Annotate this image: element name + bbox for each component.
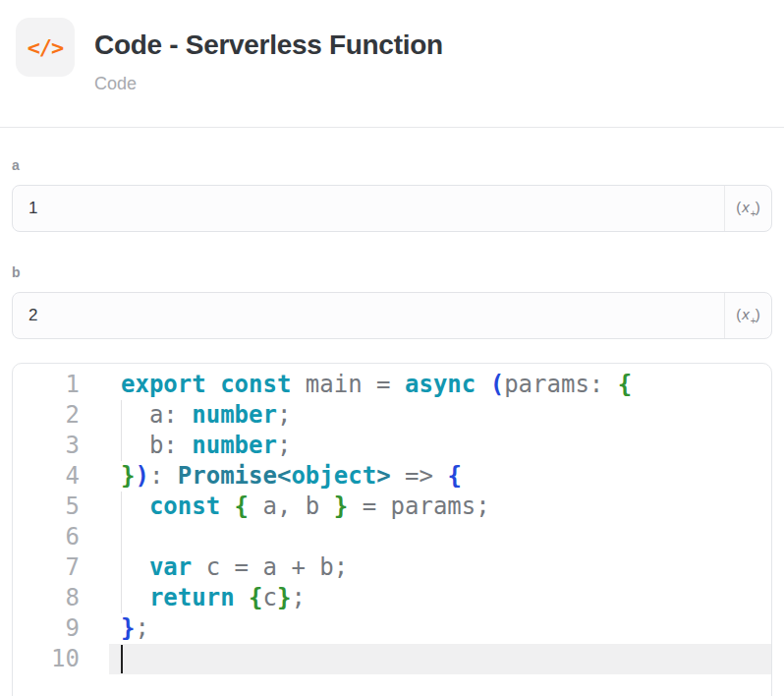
code-line[interactable]: 8 return {c}; [13,583,771,613]
text-cursor [121,645,123,673]
code-token: const [220,371,291,398]
code-editor[interactable]: 1export const main = async (params: {2 a… [12,363,772,696]
code-token: Promise [178,462,277,490]
indent-guide [121,583,122,613]
code-line-content [109,522,771,552]
code-token: ; [277,401,291,429]
header: </> Code - Serverless Function Code [0,0,784,128]
line-number: 4 [13,461,80,492]
code-token [121,493,149,520]
line-number: 7 [13,552,80,583]
code-token [476,371,489,398]
code-line[interactable]: 3 b: number; [13,431,771,461]
code-token: = params; [348,493,490,520]
code-token: ; [291,584,305,611]
page-subtitle: Code [94,74,443,94]
code-token: < [277,462,291,490]
code-token: c [263,584,277,611]
code-token: ( [490,371,504,398]
indent-guide [121,552,122,583]
page-title: Code - Serverless Function [94,29,443,61]
field-b-input[interactable] [13,293,724,338]
indent-guide [121,492,122,522]
field-a-row: (x+) [12,185,772,232]
code-token [220,493,234,520]
field-b-label: b [12,264,772,280]
code-line-content: export const main = async (params: { [109,370,771,400]
code-token: const [149,493,220,520]
code-line-content: b: number; [109,431,771,461]
line-number: 10 [13,644,80,674]
indent-guide [121,522,122,552]
line-number: 8 [13,583,80,613]
indent-guide [121,400,122,431]
field-a: a (x+) [12,157,772,232]
code-token [121,553,149,581]
code-line[interactable]: 5 const { a, b } = params; [13,492,771,522]
code-token: a, b [249,493,334,520]
code-token: { [249,584,262,611]
insert-expression-icon: (x+) [736,199,759,219]
input-fields-section: a (x+) b (x+) [0,157,784,339]
line-number: 2 [13,400,80,431]
code-token: { [447,462,461,490]
code-line[interactable]: 1export const main = async (params: { [13,370,771,400]
code-token: { [618,371,632,398]
line-number: 3 [13,431,80,461]
code-token: return [149,584,235,611]
code-token: { [235,493,249,520]
code-token: } [121,462,135,490]
code-token: export [121,371,206,398]
code-glyph: </> [28,35,64,60]
code-token: ; [135,614,148,642]
code-component-icon: </> [16,18,75,77]
code-line-content [109,644,771,674]
insert-expression-icon: (x+) [736,306,759,326]
code-token: } [121,614,135,642]
code-line-content: const { a, b } = params; [109,492,771,522]
code-line-content: a: number; [109,400,771,431]
code-token: var [149,553,192,581]
code-line[interactable]: 7 var c = a + b; [13,552,771,583]
code-token: : [149,462,178,490]
line-number: 5 [13,492,80,522]
line-number: 1 [13,370,80,400]
code-line-content: }): Promise<object> => { [109,461,771,492]
code-line[interactable]: 9}; [13,613,771,644]
code-lines: 1export const main = async (params: {2 a… [13,370,771,674]
code-token: number [192,401,277,429]
code-token: } [334,493,348,520]
field-a-insert-expression-button[interactable]: (x+) [724,186,771,231]
code-token: => [391,462,448,490]
code-line[interactable]: 4}): Promise<object> => { [13,461,771,492]
code-token: b: [121,432,192,459]
code-token [206,371,220,398]
code-token: ) [135,462,148,490]
code-line-content: }; [109,613,771,644]
code-token [121,584,149,611]
field-a-label: a [12,157,772,173]
code-token: number [192,432,277,459]
field-a-input[interactable] [13,186,724,231]
field-b-insert-expression-button[interactable]: (x+) [724,293,771,338]
code-line[interactable]: 6 [13,522,771,552]
code-line-content: var c = a + b; [109,552,771,583]
header-divider [0,127,784,128]
code-token: async [405,371,476,398]
code-token [235,584,249,611]
code-token: ; [277,432,291,459]
code-token: } [277,584,291,611]
line-number: 6 [13,522,80,552]
indent-guide [121,431,122,461]
code-token: a: [121,401,192,429]
code-token: > [376,462,390,490]
code-line[interactable]: 10 [13,644,771,674]
code-token: c = a + b; [192,553,348,581]
line-number: 9 [13,613,80,644]
code-token: params: [504,371,618,398]
code-line[interactable]: 2 a: number; [13,400,771,431]
field-b-row: (x+) [12,292,772,339]
code-token: object [291,462,376,490]
code-line-content: return {c}; [109,583,771,613]
field-b: b (x+) [12,264,772,339]
